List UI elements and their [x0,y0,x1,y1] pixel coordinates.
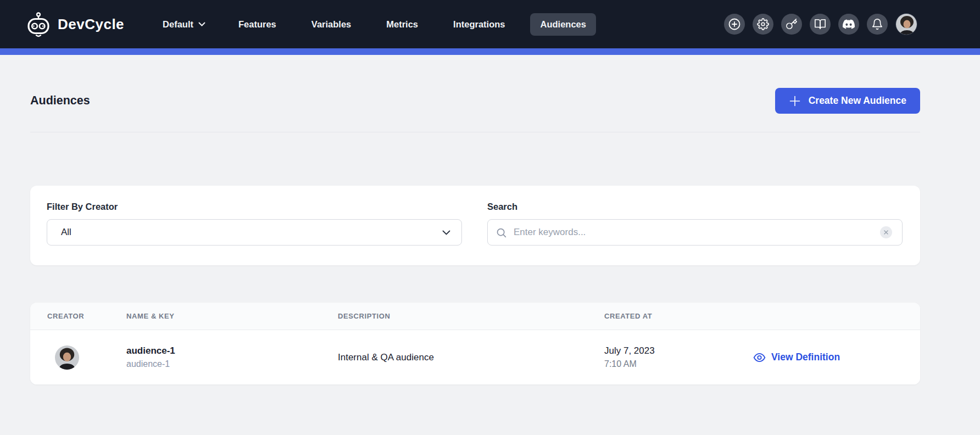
settings-button[interactable] [753,14,773,35]
eye-icon [753,353,766,362]
api-keys-button[interactable] [781,14,802,35]
creator-filter-value: All [61,227,71,238]
discord-icon [843,18,855,30]
primary-nav: Features Variables Metrics Integrations … [229,13,596,36]
page-title: Audiences [30,94,90,108]
audiences-table: CREATOR NAME & KEY DESCRIPTION CREATED A… [30,303,920,384]
column-header-creator: CREATOR [47,312,126,320]
view-definition-link[interactable]: View Definition [753,352,920,363]
creator-filter-select[interactable]: All [47,219,462,246]
top-navbar: DevCycle Default Features Variables Metr… [0,0,980,48]
search-label: Search [487,202,903,212]
table-header-row: CREATOR NAME & KEY DESCRIPTION CREATED A… [30,303,920,330]
description-cell: Internal & QA audience [338,352,604,363]
project-selector-label: Default [163,19,193,30]
clear-search-button[interactable] [880,226,892,238]
page-header: Audiences Create New Audience [30,55,920,114]
navbar-actions [724,13,917,35]
add-circle-button[interactable] [724,14,745,35]
api-key-icon [786,18,798,30]
nav-item-integrations[interactable]: Integrations [443,13,515,36]
project-selector-dropdown[interactable]: Default [156,14,212,35]
docs-button[interactable] [810,14,831,35]
search-icon [495,227,507,238]
brand-logo[interactable]: DevCycle [26,12,124,37]
plus-icon [789,95,801,107]
discord-button[interactable] [838,14,859,35]
filter-card: Filter By Creator All Search [30,186,920,265]
settings-gear-icon [757,18,769,30]
audience-name: audience-1 [126,344,338,358]
create-new-audience-label: Create New Audience [809,95,906,107]
search-input[interactable] [514,227,873,238]
column-header-created-at: CREATED AT [604,312,753,320]
docs-book-icon [814,18,826,30]
table-row: audience-1 audience-1 Internal & QA audi… [30,330,920,384]
nav-item-variables[interactable]: Variables [302,13,361,36]
user-avatar[interactable] [895,13,917,35]
created-date: July 7, 2023 [604,344,753,358]
creator-filter-group: Filter By Creator All [47,202,462,265]
nav-item-features[interactable]: Features [229,13,286,36]
creator-avatar [55,345,79,370]
column-header-name-key: NAME & KEY [126,312,338,320]
add-circle-icon [728,18,741,31]
search-box [487,219,903,246]
column-header-description: DESCRIPTION [338,312,604,320]
devcycle-robot-icon [26,12,51,37]
brand-name: DevCycle [58,16,124,33]
chevron-down-icon [198,22,205,26]
notifications-button[interactable] [867,14,888,35]
nav-item-metrics[interactable]: Metrics [376,13,428,36]
main-content: Audiences Create New Audience Filter By … [30,55,920,384]
search-group: Search [487,202,903,265]
actions-cell: View Definition [753,352,920,363]
name-key-cell: audience-1 audience-1 [126,344,338,371]
creator-filter-label: Filter By Creator [47,202,462,212]
accent-bar [0,48,980,55]
clear-x-icon [884,230,888,235]
nav-item-audiences[interactable]: Audiences [530,13,595,36]
view-definition-label: View Definition [771,352,840,363]
header-divider [30,132,920,132]
audience-key: audience-1 [126,358,338,370]
created-at-cell: July 7, 2023 7:10 AM [604,344,753,371]
created-time: 7:10 AM [604,358,753,370]
creator-cell [47,345,126,370]
create-new-audience-button[interactable]: Create New Audience [775,88,920,114]
chevron-down-icon [442,230,450,235]
notifications-bell-icon [871,18,883,30]
